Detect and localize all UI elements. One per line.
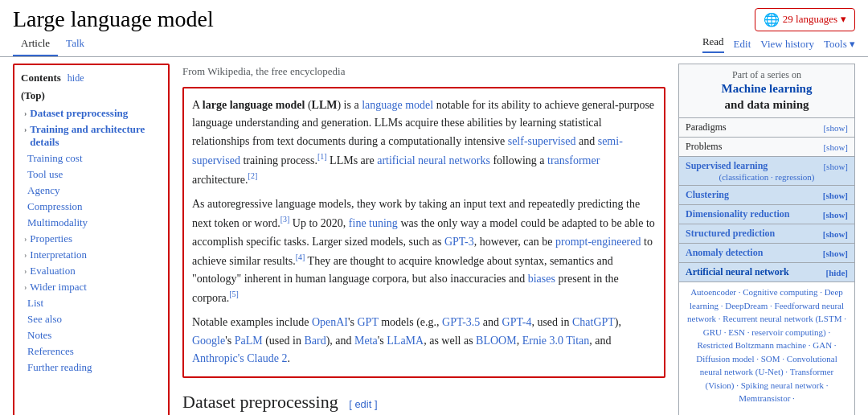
link-palm[interactable]: PaLM xyxy=(235,335,263,347)
page-title: Large language model xyxy=(13,6,214,32)
link-claude[interactable]: Anthropic's Claude 2 xyxy=(192,352,287,364)
toc-title: Contents xyxy=(21,72,61,84)
tab-talk[interactable]: Talk xyxy=(58,32,92,56)
tab-bar: Article Talk Read Edit View history Tool… xyxy=(0,32,868,57)
toc-item-training-architecture[interactable]: › Training and architecture details xyxy=(21,121,162,150)
chevron-right-icon: › xyxy=(24,266,27,275)
toc-item-see-also[interactable]: See also xyxy=(21,311,162,327)
toc-item-list[interactable]: List xyxy=(21,295,162,311)
link-ann[interactable]: artificial neural networks xyxy=(377,154,490,166)
infobox-main-title: Machine learning and data mining xyxy=(684,81,850,113)
infobox-supervised-learning: Supervised learning [show] (classificati… xyxy=(679,156,854,185)
article-intro-box: A large language model (LLM) is a langua… xyxy=(182,87,665,378)
link-llama[interactable]: LLaMA xyxy=(387,335,424,347)
section1-title: Dataset preprocessing [ edit ] xyxy=(182,388,665,415)
tab-edit[interactable]: Edit xyxy=(734,38,751,51)
infobox-dim-reduction: Dimensionality reduction [show] xyxy=(679,204,854,224)
infobox-problems: Problems [show] xyxy=(679,137,854,156)
infobox-anomaly-detection: Anomaly detection [show] xyxy=(679,243,854,262)
chevron-right-icon: › xyxy=(24,250,27,259)
lang-count: 29 languages xyxy=(783,13,837,26)
chevron-right-icon: › xyxy=(24,109,27,117)
intro-paragraph-3: Notable examples include OpenAI's GPT mo… xyxy=(192,314,656,368)
tab-read[interactable]: Read xyxy=(702,35,724,53)
toc-hide-button[interactable]: hide xyxy=(68,72,84,84)
infobox-ann: Artificial neural network [hide] xyxy=(679,262,854,281)
infobox-structured-prediction: Structured prediction [show] xyxy=(679,224,854,243)
chevron-right-icon: › xyxy=(24,125,27,134)
link-gpt[interactable]: GPT xyxy=(358,316,379,328)
tab-view-history[interactable]: View history xyxy=(760,38,814,51)
intro-paragraph-2: As autoregressive language models, they … xyxy=(192,195,656,307)
link-transformer[interactable]: transformer xyxy=(547,154,600,166)
link-google[interactable]: Google xyxy=(192,335,225,347)
link-bard[interactable]: Bard xyxy=(304,335,326,347)
toc-item-further-reading[interactable]: Further reading xyxy=(21,360,162,376)
toc-item-notes[interactable]: Notes xyxy=(21,327,162,343)
toc-item-training-cost[interactable]: Training cost xyxy=(21,150,162,166)
toc-top-item[interactable]: (Top) xyxy=(21,89,162,102)
link-openai[interactable]: OpenAI xyxy=(312,316,348,328)
toc-item-evaluation[interactable]: › Evaluation xyxy=(21,263,162,279)
table-of-contents: Contents hide (Top) › Dataset preprocess… xyxy=(13,64,170,415)
toc-item-dataset-preprocessing[interactable]: › Dataset preprocessing xyxy=(21,105,162,121)
link-biases[interactable]: biases xyxy=(528,273,555,285)
link-fine-tuning[interactable]: fine tuning xyxy=(349,217,398,229)
infobox-part-of: Part of a series on xyxy=(684,69,850,81)
article-content: From Wikipedia, the free encyclopedia A … xyxy=(182,64,665,415)
link-bloom[interactable]: BLOOM xyxy=(476,335,517,347)
link-prompt-engineered[interactable]: prompt-engineered xyxy=(555,236,641,248)
toc-item-agency[interactable]: Agency xyxy=(21,183,162,199)
link-meta[interactable]: Meta xyxy=(354,335,378,347)
link-gpt4[interactable]: GPT-4 xyxy=(502,316,532,328)
language-button[interactable]: 🌐 29 languages ▾ xyxy=(755,8,855,31)
link-language-model[interactable]: language model xyxy=(362,99,433,111)
infobox-clustering: Clustering [show] xyxy=(679,185,854,204)
section1-edit-button[interactable]: [ edit ] xyxy=(349,398,377,410)
link-gpt3[interactable]: GPT-3 xyxy=(444,236,474,248)
toc-item-multimodality[interactable]: Multimodality xyxy=(21,215,162,231)
link-gpt35[interactable]: GPT-3.5 xyxy=(442,316,480,328)
toc-item-properties[interactable]: › Properties xyxy=(21,231,162,247)
link-chatgpt[interactable]: ChatGPT xyxy=(572,316,615,328)
toc-item-compression[interactable]: Compression xyxy=(21,199,162,215)
section-dataset-preprocessing: Dataset preprocessing [ edit ] See also:… xyxy=(182,388,665,415)
intro-paragraph-1: A large language model (LLM) is a langua… xyxy=(192,97,656,189)
infobox-ann-body: Autoencoder · Cognitive computing · Deep… xyxy=(679,281,854,409)
toc-item-interpretation[interactable]: › Interpretation xyxy=(21,247,162,263)
link-ernie[interactable]: Ernie 3.0 Titan xyxy=(522,335,590,347)
translate-icon: 🌐 xyxy=(764,12,780,27)
wiki-attribution: From Wikipedia, the free encyclopedia xyxy=(182,64,665,80)
toc-item-wider-impact[interactable]: › Wider impact xyxy=(21,279,162,295)
infobox-header: Part of a series on Machine learning and… xyxy=(679,64,854,117)
chevron-right-icon: › xyxy=(24,282,27,291)
chevron-down-icon: ▾ xyxy=(841,13,846,26)
link-self-supervised[interactable]: self-supervised xyxy=(508,135,576,147)
infobox-ml: Part of a series on Machine learning and… xyxy=(678,64,855,415)
infobox-paradigms: Paradigms [show] xyxy=(679,117,854,137)
toc-item-references[interactable]: References xyxy=(21,343,162,360)
tab-article[interactable]: Article xyxy=(13,32,58,56)
tab-tools[interactable]: Tools ▾ xyxy=(824,38,855,51)
toc-item-tool-use[interactable]: Tool use xyxy=(21,166,162,183)
chevron-right-icon: › xyxy=(24,234,27,243)
